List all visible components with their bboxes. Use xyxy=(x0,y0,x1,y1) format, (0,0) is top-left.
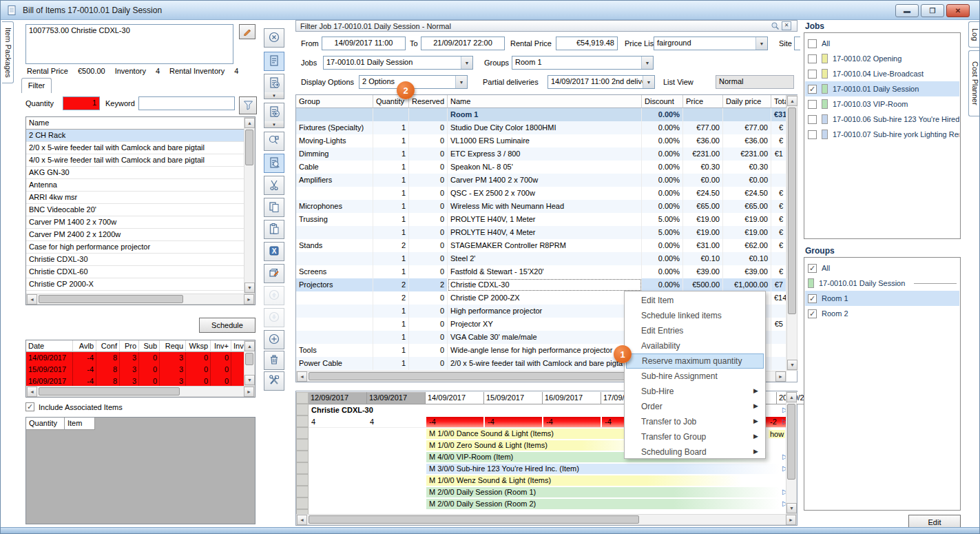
toolbar-export-document-button[interactable] xyxy=(264,74,284,93)
group-checkbox[interactable]: ✓ xyxy=(808,294,817,303)
associated-item-header[interactable]: Item xyxy=(65,418,95,430)
toolbar-bill-document-button[interactable] xyxy=(264,52,284,71)
list-item[interactable]: BNC Videocable 20' xyxy=(26,204,244,216)
magnifier-icon[interactable] xyxy=(771,21,780,32)
booking-bar[interactable]: M 1/0/0 Zero Sound & Light (Items) xyxy=(426,440,649,451)
table-cell-daily[interactable]: €36.00 xyxy=(723,134,771,147)
table-cell-res[interactable]: 0 xyxy=(409,265,448,278)
table-cell-total[interactable] xyxy=(771,252,786,265)
table-cell-res[interactable]: 0 xyxy=(409,121,448,134)
tab-item-packages[interactable]: Item Packages xyxy=(2,21,14,83)
table-cell-group[interactable] xyxy=(296,305,373,318)
table-cell-price[interactable]: €231.00 xyxy=(683,147,723,161)
timeline-row-handle[interactable] xyxy=(296,462,309,474)
table-cell-total[interactable]: €1 xyxy=(771,147,786,161)
table-cell-qty[interactable]: 2 xyxy=(373,239,409,252)
table-vscrollbar[interactable]: ▲ ▼ xyxy=(786,95,797,371)
table-cell-group[interactable]: Amplifiers xyxy=(296,174,373,187)
table-cell-res[interactable]: 0 xyxy=(409,200,448,213)
menu-item-sub-hire-assignment[interactable]: Sub-hire Assignment xyxy=(626,369,764,384)
table-cell-qty[interactable]: 2 xyxy=(373,278,409,291)
table-cell-name[interactable]: PROLYTE H40V, 4 Meter xyxy=(448,226,642,239)
scroll-thumb[interactable] xyxy=(39,295,183,303)
list-item[interactable]: Christie CP 2000-X xyxy=(26,278,244,291)
timeline-row-handle[interactable] xyxy=(296,474,309,486)
from-date-input[interactable]: 14/09/2017 11:00 xyxy=(322,37,406,50)
group-checkbox[interactable]: ✓ xyxy=(808,264,817,273)
table-cell-name[interactable]: Speakon NL- 8 05' xyxy=(448,161,642,174)
table-cell-price[interactable]: €500.00 xyxy=(683,278,723,291)
table-cell-daily[interactable]: €0.10 xyxy=(723,252,771,265)
list-item[interactable]: Christie CDXL-30 xyxy=(26,254,244,266)
table-cell-disc[interactable]: 0.00% xyxy=(642,147,683,161)
table-cell-group[interactable]: Dimming xyxy=(296,147,373,161)
table-cell-total[interactable]: € xyxy=(771,213,786,226)
table-cell-qty[interactable]: 1 xyxy=(373,161,409,174)
availability-header[interactable]: Conf xyxy=(96,340,120,352)
table-cell-price[interactable]: €36.00 xyxy=(683,134,723,147)
table-cell-total[interactable] xyxy=(771,305,786,318)
table-cell-total[interactable]: € xyxy=(771,200,786,213)
selected-item-box[interactable]: 1007753.00 Christie CDXL-30 xyxy=(25,24,233,64)
table-cell-name[interactable]: Fastfold & Stewart - 15'X20' xyxy=(448,265,642,278)
toolbar-delete-button[interactable] xyxy=(264,351,284,370)
group-header-cell[interactable] xyxy=(723,108,771,121)
timeline-row-handle[interactable] xyxy=(296,451,309,462)
table-cell-name[interactable]: Christie CDXL-30 xyxy=(448,278,642,291)
timeline-row-handle[interactable] xyxy=(296,415,309,427)
table-cell-name[interactable]: Wireless Mic with Neumann Head xyxy=(448,200,642,213)
table-cell-price[interactable]: €39.00 xyxy=(683,265,723,278)
table-cell-name[interactable]: ETC Express 3 / 800 xyxy=(448,147,642,161)
job-checkbox[interactable]: ✓ xyxy=(808,85,817,94)
scroll-right-arrow[interactable]: ► xyxy=(244,294,254,305)
toolbar-export-document-dropdown[interactable]: ▼ xyxy=(264,92,284,99)
table-cell-price[interactable]: €65.00 xyxy=(683,200,723,213)
timeline-date-header[interactable]: 16/09/2017 xyxy=(543,392,601,404)
toolbar-cut-button[interactable] xyxy=(264,176,284,195)
scroll-thumb[interactable] xyxy=(309,515,639,524)
menu-item-availability[interactable]: Availability xyxy=(626,338,764,353)
table-cell-qty[interactable]: 1 xyxy=(373,200,409,213)
toolbar-close-circle-button[interactable] xyxy=(264,28,284,48)
table-cell-price[interactable]: €0.00 xyxy=(683,174,723,187)
minimize-button[interactable]: ▬ xyxy=(895,4,919,17)
table-cell-disc[interactable]: 0.00% xyxy=(642,265,683,278)
table-cell-qty[interactable]: 1 xyxy=(373,147,409,161)
table-cell-price[interactable]: €0.30 xyxy=(683,161,723,174)
table-cell-res[interactable]: 0 xyxy=(409,344,448,357)
table-cell-res[interactable]: 0 xyxy=(409,134,448,147)
table-cell-qty[interactable]: 2 xyxy=(373,291,409,305)
associated-quantity-header[interactable]: Quantity xyxy=(26,418,65,430)
table-cell-res[interactable]: 0 xyxy=(409,226,448,239)
table-cell-total[interactable]: € xyxy=(771,239,786,252)
table-cell-group[interactable]: Cable xyxy=(296,161,373,174)
toolbar-search-items-button[interactable] xyxy=(264,132,284,151)
partial-deliveries-select[interactable]: 14/09/2017 11:00 2nd deliver ▼ xyxy=(548,75,655,89)
job-checkbox[interactable] xyxy=(808,115,817,124)
list-item[interactable]: 2/0 x 5-wire feeder tail with Camlock an… xyxy=(26,142,244,154)
table-cell-name[interactable]: Steel 2' xyxy=(448,252,642,265)
table-cell-group[interactable]: Projectors xyxy=(296,278,373,291)
table-cell-group[interactable] xyxy=(296,187,373,200)
table-cell-res[interactable]: 0 xyxy=(409,291,448,305)
table-cell-group[interactable] xyxy=(296,331,373,344)
availability-header[interactable]: Date xyxy=(26,340,73,352)
list-item[interactable]: Carver PM 1400 2 x 700w xyxy=(26,216,244,229)
timeline-date-header[interactable]: 12/09/2017 xyxy=(309,392,367,404)
booking-bar[interactable]: M 2/0/0 Daily Session (Room 1) xyxy=(426,487,780,497)
table-cell-res[interactable]: 2 xyxy=(409,278,448,291)
table-cell-group[interactable] xyxy=(296,226,373,239)
table-cell-qty[interactable]: 1 xyxy=(373,305,409,318)
include-associated-checkbox[interactable]: ✓ xyxy=(25,402,34,411)
table-cell-total[interactable] xyxy=(771,174,786,187)
job-row[interactable]: 17-0010.04 Live-Broadcast xyxy=(805,66,959,81)
toolbar-import-document-dropdown[interactable]: ▼ xyxy=(264,121,284,128)
table-cell-total[interactable]: € xyxy=(771,226,786,239)
timeline-date-header[interactable]: 14/09/2017 xyxy=(426,392,484,404)
table-cell-res[interactable]: 0 xyxy=(409,161,448,174)
item-list-header[interactable]: Name xyxy=(26,117,244,130)
availability-header[interactable]: Pro xyxy=(120,340,139,352)
scroll-right-arrow[interactable]: ► xyxy=(786,515,796,525)
scroll-thumb[interactable] xyxy=(245,353,253,365)
toolbar-paste-button[interactable] xyxy=(264,220,284,239)
